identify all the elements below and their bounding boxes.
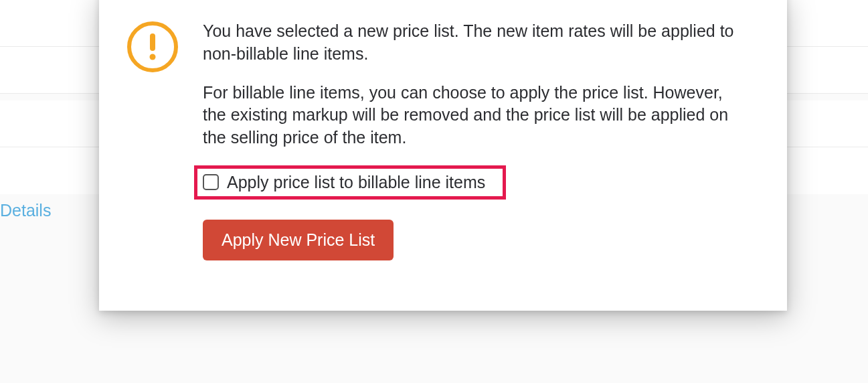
warning-icon: [126, 17, 179, 260]
details-tab-label: Details: [0, 201, 51, 220]
apply-new-price-list-button[interactable]: Apply New Price List: [203, 220, 394, 260]
modal-body: You have selected a new price list. The …: [203, 17, 747, 260]
price-list-modal: You have selected a new price list. The …: [99, 0, 787, 311]
apply-billable-checkbox[interactable]: [203, 174, 219, 190]
apply-billable-checkbox-row[interactable]: Apply price list to billable line items: [194, 165, 506, 200]
svg-rect-1: [150, 33, 155, 51]
modal-paragraph-2: For billable line items, you can choose …: [203, 82, 747, 149]
svg-point-2: [150, 54, 156, 60]
modal-paragraph-1: You have selected a new price list. The …: [203, 20, 747, 66]
apply-billable-checkbox-label: Apply price list to billable line items: [227, 173, 485, 192]
